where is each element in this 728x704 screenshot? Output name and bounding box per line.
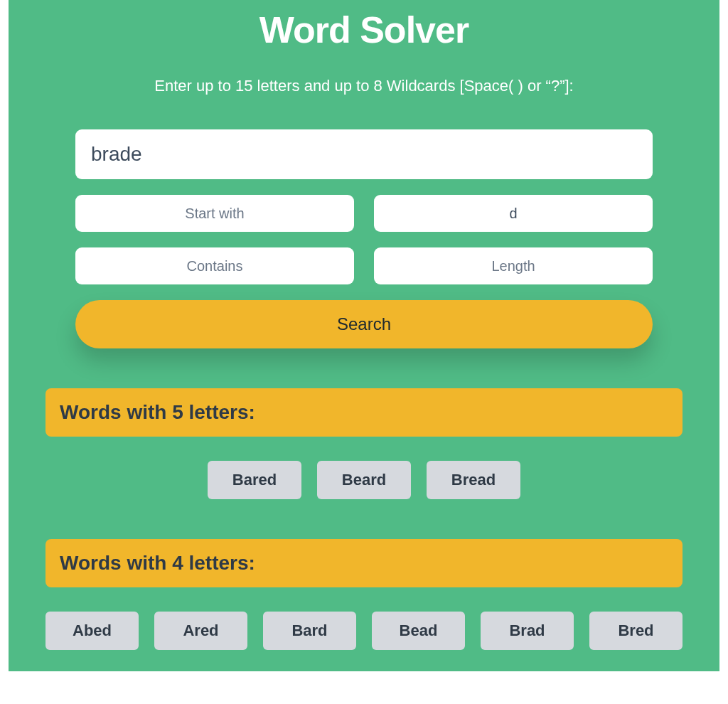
page-title: Word Solver: [9, 0, 719, 51]
word-chip[interactable]: Beard: [317, 461, 411, 499]
results-group-4-letters: Words with 4 letters: Abed Ared Bard Bea…: [9, 539, 719, 650]
start-with-input[interactable]: Start with: [75, 195, 354, 232]
word-chip[interactable]: Brad: [481, 612, 574, 650]
instructions-text: Enter up to 15 letters and up to 8 Wildc…: [9, 77, 719, 95]
search-form: brade Start with d Contains Length Searc…: [75, 129, 653, 348]
length-input[interactable]: Length: [374, 247, 653, 284]
group-heading: Words with 4 letters:: [46, 539, 682, 587]
contains-input[interactable]: Contains: [75, 247, 354, 284]
word-chip[interactable]: Ared: [154, 612, 247, 650]
end-with-input[interactable]: d: [374, 195, 653, 232]
word-chip[interactable]: Bard: [263, 612, 356, 650]
word-chip[interactable]: Bread: [427, 461, 520, 499]
letters-input-value: brade: [91, 143, 142, 166]
group-heading: Words with 5 letters:: [46, 388, 682, 437]
results-group-5-letters: Words with 5 letters: Bared Beard Bread: [9, 388, 719, 499]
word-chip[interactable]: Bead: [372, 612, 465, 650]
word-chip-row: Bared Beard Bread: [46, 461, 682, 499]
search-button[interactable]: Search: [75, 300, 653, 348]
word-chip[interactable]: Bred: [589, 612, 682, 650]
word-chip[interactable]: Abed: [46, 612, 139, 650]
word-chip-row: Abed Ared Bard Bead Brad Bred: [46, 612, 682, 650]
word-chip[interactable]: Bared: [208, 461, 301, 499]
letters-input[interactable]: brade: [75, 129, 653, 179]
